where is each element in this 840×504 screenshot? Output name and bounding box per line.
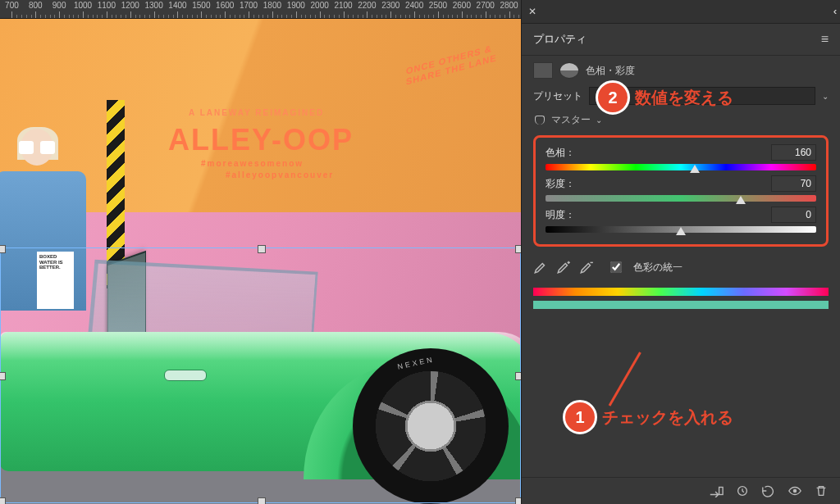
annotation-1-badge: 1 bbox=[563, 400, 597, 434]
hue-value-input[interactable] bbox=[771, 144, 816, 161]
sliders-highlight-box: 色相： 彩度： bbox=[533, 135, 829, 247]
annotation-2-text: 数値を変える bbox=[635, 87, 733, 109]
lightness-slider[interactable] bbox=[546, 226, 816, 233]
color-bar-bottom bbox=[533, 301, 829, 309]
annotation-1-line bbox=[609, 352, 641, 406]
hue-label: 色相： bbox=[546, 146, 575, 160]
saturation-value-input[interactable] bbox=[771, 175, 816, 192]
eyedropper-plus-icon[interactable] bbox=[556, 260, 571, 275]
car: NEXEN bbox=[0, 234, 521, 504]
panel-menu-icon[interactable]: ≡ bbox=[821, 32, 829, 47]
chevron-down-icon: ⌄ bbox=[822, 92, 829, 101]
master-label: マスター bbox=[551, 113, 591, 127]
colorize-checkbox[interactable] bbox=[610, 261, 622, 273]
wall-text-line4: #alleyoopvancouver bbox=[226, 170, 334, 179]
eyedropper-minus-icon[interactable] bbox=[579, 260, 594, 275]
wall-text-line1: A LANEWAY REIMAGINED bbox=[189, 108, 324, 117]
panel-footer bbox=[522, 477, 840, 504]
svg-rect-0 bbox=[719, 488, 724, 495]
saturation-slider[interactable] bbox=[546, 195, 816, 202]
lightness-label: 明度： bbox=[546, 208, 575, 222]
canvas-area[interactable]: 7008009001000110012001300140015001600170… bbox=[0, 0, 521, 504]
wall-text-line3: #moreawesomenow bbox=[201, 159, 304, 168]
eyedropper-icon[interactable] bbox=[533, 260, 548, 275]
hue-slider[interactable] bbox=[546, 164, 816, 170]
targeted-adjust-icon[interactable] bbox=[533, 114, 546, 127]
chevron-down-icon: ⌄ bbox=[596, 116, 602, 125]
color-bar-top bbox=[533, 288, 829, 296]
lightness-value-input[interactable] bbox=[771, 207, 816, 223]
document-canvas[interactable]: A LANEWAY REIMAGINED ALLEY-OOP #moreawes… bbox=[0, 18, 521, 504]
wall-text-line2: ALLEY-OOP bbox=[168, 123, 354, 157]
adjustment-label: 色相・彩度 bbox=[586, 64, 635, 78]
reset-icon[interactable] bbox=[761, 484, 776, 497]
close-panel-icon[interactable]: ✕ bbox=[528, 6, 536, 17]
colorize-label: 色彩の統一 bbox=[633, 261, 682, 275]
properties-panel: ✕ ‹‹ プロパティ ≡ 色相・彩度 2 数値を変える プリセット ⌄ bbox=[521, 0, 840, 504]
preset-label: プリセット bbox=[533, 89, 582, 103]
view-previous-icon[interactable] bbox=[735, 484, 750, 497]
saturation-label: 彩度： bbox=[546, 177, 575, 191]
trash-icon[interactable] bbox=[814, 484, 829, 497]
svg-point-2 bbox=[793, 489, 797, 493]
adjustment-layer-icon bbox=[533, 62, 553, 79]
annotation-2-badge: 2 bbox=[596, 80, 630, 115]
panel-title: プロパティ bbox=[533, 32, 587, 47]
horizontal-ruler: 7008009001000110012001300140015001600170… bbox=[0, 0, 521, 19]
annotation-1-text: チェックを入れる bbox=[602, 406, 733, 429]
hue-sat-icon bbox=[559, 62, 579, 79]
visibility-icon[interactable] bbox=[788, 484, 802, 497]
clip-to-layer-icon[interactable] bbox=[709, 484, 724, 497]
